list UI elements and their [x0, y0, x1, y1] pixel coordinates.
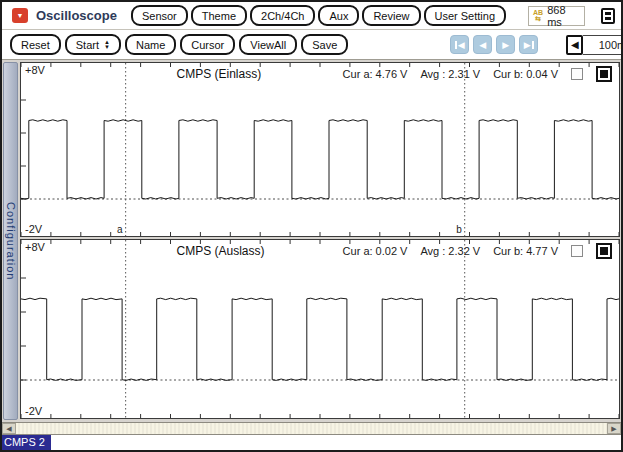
chart-stack: ab +8V -2V CMPS (Einlass) Cur a: 4.76 V …: [20, 62, 620, 420]
name-button[interactable]: Name: [125, 34, 176, 55]
status-bar: CMPS 2: [2, 435, 621, 450]
down-triangle-icon: ▼: [17, 12, 24, 19]
cursor-button[interactable]: Cursor: [180, 34, 235, 55]
channel2-avg-readout: Avg : 2.32 V: [420, 245, 480, 257]
right-triangle-icon: ▶: [524, 40, 531, 50]
channel1-readouts: Cur a: 4.76 V Avg : 2.31 V Cur b: 0.04 V: [343, 66, 612, 82]
channel2-cursor-a-readout: Cur a: 0.02 V: [343, 245, 408, 257]
sample-time-value: 868 ms: [547, 4, 580, 28]
time-base-decrease-button[interactable]: ◀: [566, 35, 583, 55]
channel1-cursor-b-readout: Cur b: 0.04 V: [493, 68, 558, 80]
start-spinner-icon[interactable]: ▲▼: [104, 40, 110, 50]
horizontal-scrollbar: ◀ ▶: [2, 422, 621, 435]
channel1-checkbox[interactable]: [571, 68, 583, 80]
user-setting-button[interactable]: User Setting: [424, 5, 507, 26]
ab-timer-icon: AB⇆: [533, 10, 543, 22]
channel1-ymin-label: -2V: [25, 223, 42, 235]
start-button[interactable]: Start ▲▼: [65, 34, 121, 55]
channel1-avg-readout: Avg : 2.31 V: [420, 68, 480, 80]
record-nav: ◀ ◀ ▶ ▶: [450, 35, 538, 54]
app-title: Oscilloscope: [36, 8, 117, 23]
sensor-button[interactable]: Sensor: [131, 5, 188, 26]
left-triangle-icon: ◀: [571, 39, 579, 50]
main-area: Configuration ab +8V -2V CMPS (Einlass) …: [2, 60, 621, 422]
channel2-waveform-plot[interactable]: [21, 240, 619, 418]
left-triangle-icon: ◀: [458, 40, 465, 50]
channel2-ymax-label: +8V: [25, 241, 45, 253]
header-buttons: Sensor Theme 2Ch/4Ch Aux Review User Set…: [131, 5, 506, 26]
review-button[interactable]: Review: [362, 5, 420, 26]
channel2-readouts: Cur a: 0.02 V Avg : 2.32 V Cur b: 4.77 V: [343, 243, 612, 259]
time-base-value[interactable]: 100ms: [583, 35, 623, 55]
channel2-active-indicator[interactable]: [596, 243, 612, 259]
reset-button[interactable]: Reset: [10, 34, 61, 55]
channel1-cursor-a-readout: Cur a: 4.76 V: [343, 68, 408, 80]
channel2-title: CMPS (Auslass): [176, 244, 264, 258]
chann2-cursor-b-readout: Cur b: 4.77 V: [493, 245, 558, 257]
channel1-waveform-plot[interactable]: ab: [21, 63, 619, 236]
first-record-button[interactable]: ◀: [450, 35, 469, 54]
configuration-tab-label: Configuration: [5, 202, 17, 280]
menu-icon[interactable]: [601, 8, 615, 24]
next-record-button[interactable]: ▶: [496, 35, 515, 54]
channel-mode-button[interactable]: 2Ch/4Ch: [250, 5, 315, 26]
view-all-button[interactable]: ViewAll: [239, 34, 297, 55]
channel2-panel[interactable]: +8V -2V CMPS (Auslass) Cur a: 0.02 V Avg…: [20, 239, 620, 419]
last-record-button[interactable]: ▶: [519, 35, 538, 54]
left-triangle-icon: ◀: [6, 425, 11, 433]
aux-button[interactable]: Aux: [318, 5, 359, 26]
channel1-active-indicator[interactable]: [596, 66, 612, 82]
header-bar: ▼ Oscilloscope Sensor Theme 2Ch/4Ch Aux …: [2, 2, 621, 30]
channel2-ymin-label: -2V: [25, 405, 42, 417]
channel1-ymax-label: +8V: [25, 64, 45, 76]
scroll-left-button[interactable]: ◀: [2, 423, 16, 434]
prev-record-button[interactable]: ◀: [473, 35, 492, 54]
side-strip: Configuration: [3, 62, 18, 420]
scrollbar-track[interactable]: [16, 423, 607, 434]
oscilloscope-window: ▼ Oscilloscope Sensor Theme 2Ch/4Ch Aux …: [0, 0, 623, 452]
theme-button[interactable]: Theme: [191, 5, 247, 26]
svg-text:b: b: [456, 224, 462, 235]
svg-text:a: a: [117, 224, 123, 235]
save-button[interactable]: Save: [301, 34, 348, 55]
configuration-tab[interactable]: Configuration: [3, 62, 18, 420]
right-triangle-icon: ▶: [611, 425, 616, 433]
right-triangle-icon: ▶: [502, 40, 509, 50]
sensor-badge[interactable]: CMPS 2: [2, 435, 51, 450]
channel1-title: CMPS (Einlass): [176, 67, 261, 81]
time-base-control: ◀ 100ms ▶: [566, 35, 623, 55]
channel2-checkbox[interactable]: [571, 245, 583, 257]
channel1-panel[interactable]: ab +8V -2V CMPS (Einlass) Cur a: 4.76 V …: [20, 62, 620, 237]
toolbar: Reset Start ▲▼ Name Cursor ViewAll Save …: [2, 30, 621, 60]
app-dropdown-icon[interactable]: ▼: [12, 8, 28, 23]
left-triangle-icon: ◀: [479, 40, 486, 50]
sample-time-display: AB⇆ 868 ms: [528, 6, 585, 26]
scroll-right-button[interactable]: ▶: [607, 423, 621, 434]
